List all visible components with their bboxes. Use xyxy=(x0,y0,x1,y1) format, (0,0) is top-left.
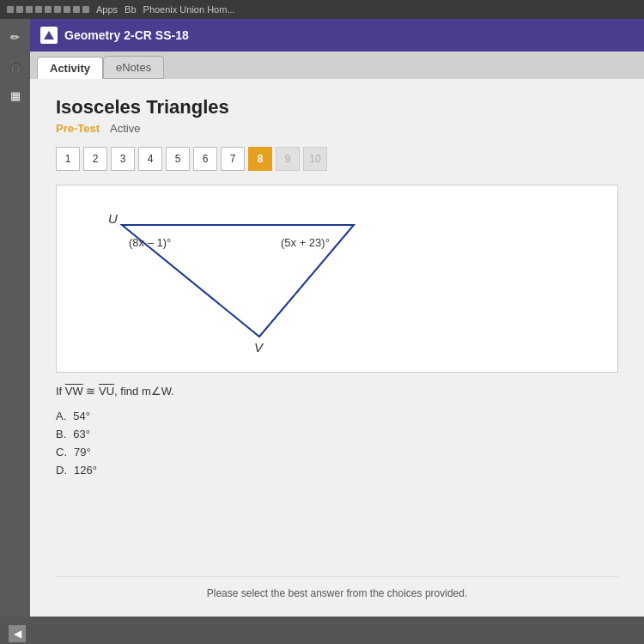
svg-text:(8x – 1)°: (8x – 1)° xyxy=(129,236,171,249)
nav-btn-1[interactable]: 1 xyxy=(56,147,80,171)
tab-activity[interactable]: Activity xyxy=(37,57,103,79)
back-arrow[interactable]: ◀ xyxy=(9,625,26,642)
bb-label[interactable]: Bb xyxy=(125,4,136,15)
header-icon xyxy=(40,27,58,44)
nav-btn-3[interactable]: 3 xyxy=(111,147,135,171)
svg-text:V: V xyxy=(254,340,264,355)
apps-label[interactable]: Apps xyxy=(96,4,118,15)
choice-b[interactable]: B. 63° xyxy=(56,428,618,440)
calculator-tool[interactable]: ▦ xyxy=(4,84,27,106)
content-area: Geometry 2-CR SS-18 Activity eNotes Isos… xyxy=(30,19,644,617)
choice-b-value: 63° xyxy=(73,428,90,440)
choice-d-value: 126° xyxy=(74,464,97,477)
top-bar: Apps Bb Phoenix Union Hom... xyxy=(0,0,644,19)
nav-btn-7[interactable]: 7 xyxy=(221,147,245,171)
main-container: ✏ 🎧 ▦ Geometry 2-CR SS-18 Activity eNote… xyxy=(0,19,644,617)
header: Geometry 2-CR SS-18 xyxy=(30,19,644,52)
choice-c-label: C. xyxy=(56,446,67,459)
nav-btn-2[interactable]: 2 xyxy=(83,147,107,171)
svg-text:(5x + 23)°: (5x + 23)° xyxy=(281,236,330,249)
header-title: Geometry 2-CR SS-18 xyxy=(64,28,189,42)
answer-choices: A. 54° B. 63° C. 79° D. 126° xyxy=(56,410,618,477)
nav-btn-5[interactable]: 5 xyxy=(166,147,190,171)
question-subtitle: Pre-Test Active xyxy=(56,122,618,135)
choice-d[interactable]: D. 126° xyxy=(56,464,618,477)
pencil-tool[interactable]: ✏ xyxy=(4,26,27,48)
question-area: Isosceles Triangles Pre-Test Active 1 2 … xyxy=(30,79,644,617)
svg-text:U: U xyxy=(108,211,118,226)
pretest-label: Pre-Test xyxy=(56,122,100,135)
headphone-tool[interactable]: 🎧 xyxy=(4,55,27,77)
nav-btn-6[interactable]: 6 xyxy=(193,147,217,171)
question-nav: 1 2 3 4 5 6 7 8 9 10 xyxy=(56,147,618,171)
bottom-bar: ◀ xyxy=(0,617,644,644)
diagram-area: U V (8x – 1)° (5x + 23)° xyxy=(56,185,618,373)
choice-a[interactable]: A. 54° xyxy=(56,410,618,422)
phoenix-label[interactable]: Phoenix Union Hom... xyxy=(143,4,235,15)
choice-d-label: D. xyxy=(56,464,67,477)
choice-b-label: B. xyxy=(56,428,66,440)
nav-btn-9[interactable]: 9 xyxy=(276,147,300,171)
tabs-bar: Activity eNotes xyxy=(30,52,644,79)
choice-c-value: 79° xyxy=(74,446,91,459)
tab-enotes[interactable]: eNotes xyxy=(103,56,164,79)
footer-text: Please select the best answer from the c… xyxy=(56,576,618,599)
choice-a-label: A. xyxy=(56,410,66,422)
status-label: Active xyxy=(110,122,140,135)
choice-a-value: 54° xyxy=(73,410,90,422)
nav-btn-4[interactable]: 4 xyxy=(138,147,162,171)
triangle-diagram: U V (8x – 1)° (5x + 23)° xyxy=(70,199,414,358)
choice-c[interactable]: C. 79° xyxy=(56,446,618,459)
question-title: Isosceles Triangles xyxy=(56,96,618,118)
nav-btn-10[interactable]: 10 xyxy=(303,147,327,171)
left-sidebar: ✏ 🎧 ▦ xyxy=(0,19,30,617)
nav-btn-8[interactable]: 8 xyxy=(248,147,272,171)
question-text: If VW ≅ VU, find m∠W. xyxy=(56,385,618,398)
